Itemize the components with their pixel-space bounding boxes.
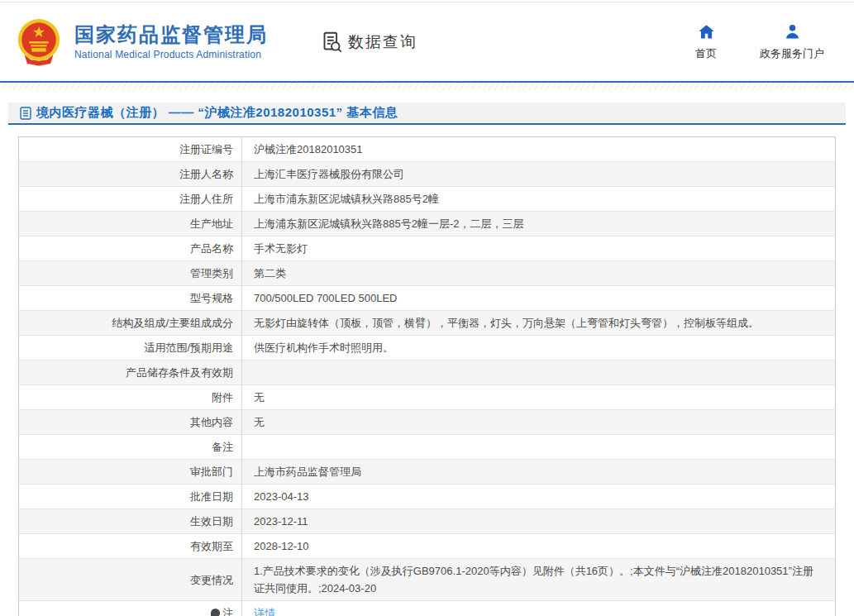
table-row: 产品储存条件及有效期 [19, 361, 836, 385]
row-label: 批准日期 [190, 490, 233, 503]
hatch-band [0, 83, 854, 90]
nmpa-logo[interactable]: 国家药品监督管理局 National Medical Products Admi… [15, 17, 268, 67]
top-nav: 首页 政务服务门户 [695, 23, 824, 61]
row-label: 生产地址 [190, 217, 233, 230]
data-query-link[interactable]: 数据查询 [321, 31, 417, 53]
row-label: 型号规格 [190, 292, 233, 304]
row-label: 其他内容 [190, 416, 233, 428]
row-value: 沪械注准20182010351 [254, 143, 363, 155]
data-query-label: 数据查询 [348, 31, 417, 53]
row-label: 适用范围/预期用途 [144, 341, 233, 354]
table-row: 注册证编号 沪械注准20182010351 [19, 137, 836, 162]
row-label: 变更情况 [190, 574, 233, 586]
row-label: 注 [222, 607, 233, 616]
row-value: 上海市浦东新区泥城镇秋兴路885号2幢 [254, 193, 439, 205]
user-icon [784, 23, 801, 41]
table-row: 结构及组成/主要组成成分 无影灯由旋转体（顶板，顶管，横臂），平衡器，灯头，万向… [19, 311, 836, 336]
registration-info-table: 注册证编号 沪械注准20182010351 注册人名称 上海汇丰医疗器械股份有限… [18, 136, 836, 616]
detail-link[interactable]: 详情 [254, 607, 275, 616]
home-icon [698, 23, 715, 41]
table-row: 生产地址 上海浦东新区泥城镇秋兴路885号2幢一层-2，二层，三层 [19, 212, 836, 236]
table-row: 管理类别 第二类 [19, 261, 836, 286]
table-row: 型号规格 700/500LED 700LED 500LED [19, 286, 836, 311]
table-row: 其他内容 无 [19, 410, 836, 435]
page-title-bar: 境内医疗器械（注册） —— “沪械注准20182010351” 基本信息 [8, 103, 846, 125]
table-row: 产品名称 手术无影灯 [19, 236, 836, 261]
row-value: 无影灯由旋转体（顶板，顶管，横臂），平衡器，灯头，万向悬架（上弯管和灯头弯管），… [254, 317, 759, 329]
table-row: 注册人住所 上海市浦东新区泥城镇秋兴路885号2幢 [19, 187, 836, 212]
main-content: 境内医疗器械（注册） —— “沪械注准20182010351” 基本信息 注册证… [0, 90, 854, 616]
row-label: 产品名称 [190, 242, 233, 255]
row-value: 上海市药品监督管理局 [254, 466, 361, 478]
row-value: 2023-12-11 [254, 515, 308, 528]
row-value: 无 [254, 416, 265, 428]
row-label: 附件 [212, 391, 233, 404]
table-row: 适用范围/预期用途 供医疗机构作手术时照明用。 [19, 336, 836, 361]
row-label: 审批部门 [190, 466, 233, 478]
table-row: 注 详情 [19, 601, 836, 616]
table-row: 变更情况 1.产品技术要求的变化（涉及执行GB9706.1-2020等内容）见附… [19, 559, 836, 601]
row-label: 注册人住所 [179, 193, 233, 205]
org-name-cn: 国家药品监督管理局 [74, 23, 268, 46]
row-label: 注册人名称 [179, 168, 233, 180]
org-name-en: National Medical Products Administration [74, 49, 268, 60]
page-title: 境内医疗器械（注册） —— “沪械注准20182010351” 基本信息 [36, 105, 398, 121]
row-value: 2023-04-13 [254, 490, 309, 503]
row-value: 上海汇丰医疗器械股份有限公司 [254, 168, 404, 180]
row-value: 手术无影灯 [254, 242, 308, 255]
table-row: 注册人名称 上海汇丰医疗器械股份有限公司 [19, 162, 836, 187]
note-icon [211, 609, 220, 616]
row-label: 注册证编号 [179, 143, 233, 155]
table-row: 审批部门 上海市药品监督管理局 [19, 460, 836, 485]
table-row: 备注 [19, 435, 836, 460]
row-value: 供医疗机构作手术时照明用。 [254, 341, 394, 354]
table-row: 批准日期 2023-04-13 [19, 485, 836, 509]
row-value: 700/500LED 700LED 500LED [254, 292, 397, 304]
row-label: 生效日期 [190, 515, 233, 528]
nav-gov-portal[interactable]: 政务服务门户 [760, 23, 824, 61]
table-row: 附件 无 [19, 385, 836, 410]
table-row: 有效期至 2028-12-10 [19, 534, 836, 559]
nav-home-label: 首页 [695, 46, 717, 61]
national-emblem-icon [15, 17, 63, 67]
table-row: 生效日期 2023-12-11 [19, 509, 836, 534]
row-value: 1.产品技术要求的变化（涉及执行GB9706.1-2020等内容）见附件（共16… [254, 565, 813, 595]
row-label: 管理类别 [190, 267, 233, 279]
row-value: 2028-12-10 [254, 540, 309, 552]
row-label: 有效期至 [190, 540, 233, 552]
site-header: 国家药品监督管理局 National Medical Products Admi… [0, 2, 854, 81]
row-value: 无 [254, 391, 265, 404]
row-value: 上海浦东新区泥城镇秋兴路885号2幢一层-2，二层，三层 [254, 217, 523, 230]
row-label: 产品储存条件及有效期 [126, 366, 233, 379]
nav-home[interactable]: 首页 [695, 23, 717, 61]
row-label: 备注 [212, 441, 233, 453]
document-icon [20, 107, 31, 120]
row-value: 第二类 [254, 267, 286, 279]
nav-gov-portal-label: 政务服务门户 [760, 46, 824, 61]
row-label: 结构及组成/主要组成成分 [112, 317, 233, 329]
document-search-icon [321, 31, 343, 53]
